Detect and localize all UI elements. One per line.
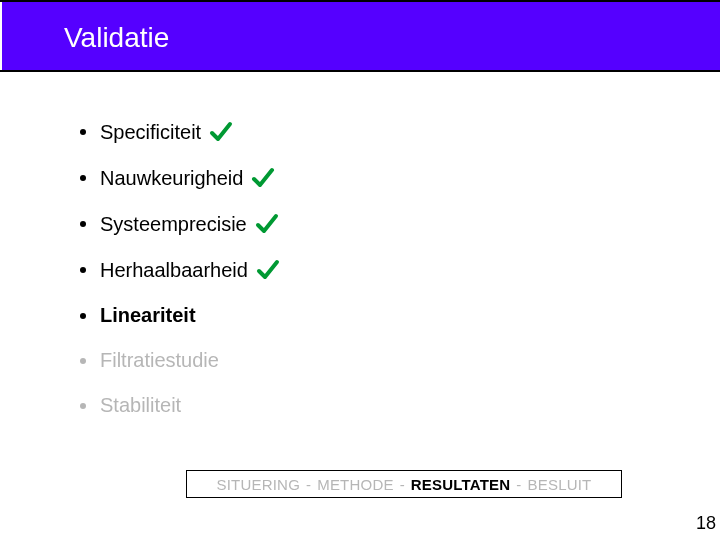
slide: Validatie SpecificiteitNauwkeurigheidSys… xyxy=(0,0,720,540)
list-item: Lineariteit xyxy=(80,304,640,327)
list-item: Filtratiestudie xyxy=(80,349,640,372)
breadcrumb-separator: - xyxy=(516,476,521,493)
title-bar: Validatie xyxy=(0,0,720,72)
breadcrumb: SITUERING-METHODE-RESULTATEN-BESLUIT xyxy=(186,470,622,498)
check-icon xyxy=(255,212,279,236)
list-item: Herhaalbaarheid xyxy=(80,258,640,282)
breadcrumb-part: SITUERING xyxy=(217,476,300,493)
slide-title: Validatie xyxy=(0,2,720,54)
bullet-icon xyxy=(80,403,86,409)
content-list: SpecificiteitNauwkeurigheidSysteemprecis… xyxy=(80,120,640,439)
bullet-icon xyxy=(80,358,86,364)
list-item-label: Stabiliteit xyxy=(100,394,181,417)
list-item-label: Filtratiestudie xyxy=(100,349,219,372)
list-item: Nauwkeurigheid xyxy=(80,166,640,190)
breadcrumb-separator: - xyxy=(400,476,405,493)
list-item-label: Specificiteit xyxy=(100,121,201,144)
bullet-icon xyxy=(80,221,86,227)
list-item: Stabiliteit xyxy=(80,394,640,417)
bullet-icon xyxy=(80,313,86,319)
bullet-icon xyxy=(80,267,86,273)
list-item-label: Lineariteit xyxy=(100,304,196,327)
page-number: 18 xyxy=(696,513,716,534)
breadcrumb-part: RESULTATEN xyxy=(411,476,511,493)
list-item: Systeemprecisie xyxy=(80,212,640,236)
check-icon xyxy=(251,166,275,190)
list-item-label: Systeemprecisie xyxy=(100,213,247,236)
breadcrumb-part: METHODE xyxy=(317,476,393,493)
bullet-icon xyxy=(80,175,86,181)
check-icon xyxy=(256,258,280,282)
bullet-icon xyxy=(80,129,86,135)
list-item-label: Nauwkeurigheid xyxy=(100,167,243,190)
list-item: Specificiteit xyxy=(80,120,640,144)
list-item-label: Herhaalbaarheid xyxy=(100,259,248,282)
breadcrumb-part: BESLUIT xyxy=(528,476,592,493)
breadcrumb-separator: - xyxy=(306,476,311,493)
check-icon xyxy=(209,120,233,144)
